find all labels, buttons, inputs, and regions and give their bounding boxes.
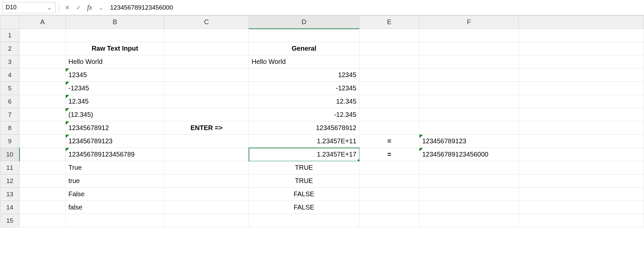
cell-F1[interactable]: [420, 29, 519, 42]
cell-B5[interactable]: -12345: [66, 82, 164, 95]
cell-F11[interactable]: [420, 161, 519, 174]
row-header-10[interactable]: 10: [0, 148, 20, 161]
row-header-8[interactable]: 8: [0, 121, 20, 135]
cell-F12[interactable]: [420, 174, 519, 188]
row-header-6[interactable]: 6: [0, 95, 20, 108]
cell-C12[interactable]: [164, 174, 249, 188]
cell-A9[interactable]: [20, 135, 66, 148]
cell-D7[interactable]: -12.345: [249, 108, 359, 121]
cell-D14[interactable]: FALSE: [249, 201, 359, 214]
cell-F6[interactable]: [420, 95, 519, 108]
cell-C13[interactable]: [164, 188, 249, 201]
cell-blank[interactable]: [519, 135, 644, 148]
cell-C1[interactable]: [164, 29, 249, 42]
row-header-15[interactable]: 15: [0, 214, 20, 227]
cell-D6[interactable]: 12.345: [249, 95, 359, 108]
cell-blank[interactable]: [519, 55, 644, 69]
cell-blank[interactable]: [519, 121, 644, 135]
cell-blank[interactable]: [519, 82, 644, 95]
cell-C5[interactable]: [164, 82, 249, 95]
cell-E1[interactable]: [359, 29, 420, 42]
cell-F15[interactable]: [420, 214, 519, 227]
cell-C11[interactable]: [164, 161, 249, 174]
cell-blank[interactable]: [519, 108, 644, 121]
cell-B8[interactable]: 12345678912: [66, 121, 164, 135]
cell-A13[interactable]: [20, 188, 66, 201]
cell-C8[interactable]: ENTER =>: [164, 121, 249, 135]
cell-A2[interactable]: [20, 42, 66, 55]
cell-B4[interactable]: 12345: [66, 69, 164, 82]
cell-E12[interactable]: [359, 174, 420, 188]
cell-blank[interactable]: [519, 188, 644, 201]
row-header-11[interactable]: 11: [0, 161, 20, 174]
cell-C14[interactable]: [164, 201, 249, 214]
chevron-down-icon[interactable]: ⌄: [96, 3, 105, 12]
cell-E11[interactable]: [359, 161, 420, 174]
cell-blank[interactable]: [519, 95, 644, 108]
cell-A11[interactable]: [20, 161, 66, 174]
cell-E14[interactable]: [359, 201, 420, 214]
cell-A6[interactable]: [20, 95, 66, 108]
cell-E9[interactable]: =: [359, 135, 420, 148]
cell-E6[interactable]: [359, 95, 420, 108]
fx-icon[interactable]: fx: [85, 3, 94, 12]
cell-blank[interactable]: [519, 174, 644, 188]
cell-E2[interactable]: [359, 42, 420, 55]
cell-D2[interactable]: General: [249, 42, 359, 55]
cell-F9[interactable]: 123456789123: [420, 135, 519, 148]
cell-D9[interactable]: 1.23457E+11: [249, 135, 359, 148]
cell-F7[interactable]: [420, 108, 519, 121]
cell-B6[interactable]: 12.345: [66, 95, 164, 108]
cell-D13[interactable]: FALSE: [249, 188, 359, 201]
cell-B7[interactable]: (12.345): [66, 108, 164, 121]
cell-D10[interactable]: 1.23457E+17: [249, 148, 359, 161]
row-header-1[interactable]: 1: [0, 29, 20, 42]
cell-E4[interactable]: [359, 69, 420, 82]
col-header-E[interactable]: E: [359, 16, 420, 29]
cell-C2[interactable]: [164, 42, 249, 55]
cell-D15[interactable]: [249, 214, 359, 227]
cell-A15[interactable]: [20, 214, 66, 227]
cell-F13[interactable]: [420, 188, 519, 201]
col-header-A[interactable]: A: [20, 16, 66, 29]
cell-D11[interactable]: TRUE: [249, 161, 359, 174]
col-header-F[interactable]: F: [420, 16, 519, 29]
cell-F3[interactable]: [420, 55, 519, 69]
cell-blank[interactable]: [519, 161, 644, 174]
cell-A14[interactable]: [20, 201, 66, 214]
cell-A5[interactable]: [20, 82, 66, 95]
cell-E3[interactable]: [359, 55, 420, 69]
cell-E7[interactable]: [359, 108, 420, 121]
cell-F5[interactable]: [420, 82, 519, 95]
cell-C9[interactable]: [164, 135, 249, 148]
cell-A7[interactable]: [20, 108, 66, 121]
cell-A10[interactable]: [20, 148, 66, 161]
cell-D12[interactable]: TRUE: [249, 174, 359, 188]
cell-C3[interactable]: [164, 55, 249, 69]
cell-A1[interactable]: [20, 29, 66, 42]
select-all-corner[interactable]: [0, 16, 20, 29]
cell-E8[interactable]: [359, 121, 420, 135]
row-header-4[interactable]: 4: [0, 69, 20, 82]
name-box[interactable]: D10 ⌄: [2, 2, 56, 13]
row-header-9[interactable]: 9: [0, 135, 20, 148]
cell-C6[interactable]: [164, 95, 249, 108]
cell-B11[interactable]: True: [66, 161, 164, 174]
cell-B10[interactable]: 123456789123456789: [66, 148, 164, 161]
cell-B14[interactable]: false: [66, 201, 164, 214]
cell-A8[interactable]: [20, 121, 66, 135]
cell-B12[interactable]: true: [66, 174, 164, 188]
row-header-2[interactable]: 2: [0, 42, 20, 55]
cell-B3[interactable]: Hello World: [66, 55, 164, 69]
cell-E5[interactable]: [359, 82, 420, 95]
cell-B2[interactable]: Raw Text Input: [66, 42, 164, 55]
cell-C10[interactable]: [164, 148, 249, 161]
cell-F2[interactable]: [420, 42, 519, 55]
row-header-12[interactable]: 12: [0, 174, 20, 188]
cell-E15[interactable]: [359, 214, 420, 227]
cell-B13[interactable]: False: [66, 188, 164, 201]
row-header-13[interactable]: 13: [0, 188, 20, 201]
col-header-blank[interactable]: [519, 16, 644, 29]
cell-B15[interactable]: [66, 214, 164, 227]
formula-input[interactable]: [107, 2, 642, 13]
